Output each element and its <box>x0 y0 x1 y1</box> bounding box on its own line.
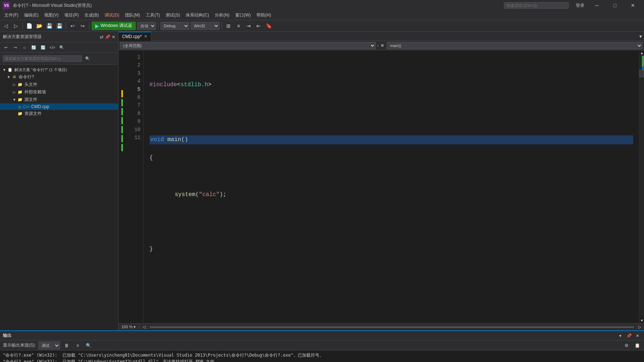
output-find-btn[interactable]: 🔍 <box>84 342 92 349</box>
margin-3 <box>119 71 126 80</box>
maximize-button[interactable]: □ <box>607 0 623 11</box>
headers-arrow[interactable]: ▷ <box>11 83 17 87</box>
login-button[interactable]: 登录 <box>576 3 584 9</box>
toolbar-sep-4 <box>158 22 158 29</box>
tree-project[interactable]: ▼ ⚙ 命令行? <box>0 73 118 81</box>
editor-scrollbar[interactable]: ▲ ▼ <box>639 50 644 323</box>
toolbar-undo[interactable]: ↩ <box>68 22 77 30</box>
se-btn-sync[interactable]: ⇄ <box>100 34 103 40</box>
output-extra-btn1[interactable]: ⚙ <box>622 342 630 349</box>
scroll-down-btn[interactable]: ▼ <box>639 318 644 323</box>
menu-project[interactable]: 项目(P) <box>61 11 82 20</box>
se-search-btn[interactable]: 🔍 <box>83 54 92 63</box>
se-btn-pin[interactable]: 📌 <box>105 34 110 40</box>
horizontal-scrollbar[interactable] <box>150 326 634 328</box>
run-label: Windows 调试器 <box>101 23 132 29</box>
se-tree: ▼ 📋 解决方案 "命令行?" (1 个项目) ▼ ⚙ 命令行? ▷ 📁 头文件… <box>0 65 118 330</box>
output-clear-btn[interactable]: 🗑 <box>63 342 71 349</box>
toolbar-btn-extra4[interactable]: ⇤ <box>254 22 263 30</box>
toolbar-btn-extra2[interactable]: ≡ <box>234 22 243 30</box>
menu-arch[interactable]: 体系结构(C) <box>183 11 212 20</box>
platform-select[interactable]: Win32 <box>191 22 219 30</box>
code-content[interactable]: #include<stdlib.h> void main() { system(… <box>144 50 639 323</box>
se-filter-btn[interactable]: 🔍 <box>57 43 66 52</box>
toolbar-save[interactable]: 💾 <box>45 22 54 30</box>
green-indicator-3 <box>121 117 123 124</box>
solution-arrow[interactable]: ▼ <box>1 68 7 72</box>
menu-test[interactable]: 测试(S) <box>163 11 183 20</box>
menu-debug[interactable]: 调试(D) <box>102 11 122 20</box>
tree-resource-files[interactable]: 📁 资源文件 <box>0 110 118 117</box>
build-config-select[interactable]: Debug <box>161 22 189 30</box>
toolbar-new[interactable]: 📄 <box>25 22 33 30</box>
menu-build[interactable]: 生成(B) <box>82 11 102 20</box>
toolbar-sep-2 <box>66 22 66 29</box>
toolbar-redo[interactable]: ↪ <box>78 22 87 30</box>
project-arrow[interactable]: ▼ <box>6 75 11 79</box>
zoom-dropdown-btn[interactable]: 100 % ▾ <box>121 325 136 329</box>
scroll-thumb[interactable] <box>639 70 644 77</box>
tree-headers[interactable]: ▷ 📁 头文件 <box>0 81 118 88</box>
se-search-input[interactable] <box>3 55 82 62</box>
quick-launch-input[interactable] <box>504 2 569 9</box>
output-pin-btn[interactable]: ▾ <box>617 332 624 339</box>
code-editor[interactable]: 1 2 3 4 5 6 7 8 9 10 11 #include<stdlib.… <box>119 50 639 323</box>
toolbar-open[interactable]: 📂 <box>35 22 43 30</box>
se-btn-close[interactable]: ✕ <box>112 34 115 40</box>
src-arrow[interactable]: ▼ <box>11 98 17 102</box>
scroll-up-btn[interactable]: ▲ <box>639 50 644 56</box>
ext-arrow[interactable]: ▷ <box>11 90 17 94</box>
toolbar-bookmark[interactable]: 🔖 <box>264 22 273 30</box>
se-home-btn[interactable]: ⌂ <box>20 43 29 52</box>
tab-dropdown-btn[interactable]: ▾ <box>637 33 644 39</box>
toolbar-btn-extra1[interactable]: ⊞ <box>224 22 233 30</box>
menu-window[interactable]: 窗口(W) <box>232 11 254 20</box>
tree-external-deps[interactable]: ▷ 📁 外部依赖项 <box>0 88 118 96</box>
code-nav-bar: (全局范围) ▸ ⊕ main() <box>119 41 644 50</box>
output-extra-btn2[interactable]: 📋 <box>633 342 641 349</box>
tree-solution[interactable]: ▼ 📋 解决方案 "命令行?" (1 个项目) <box>0 66 118 73</box>
tree-source-files[interactable]: ▼ 📁 源文件 <box>0 96 118 103</box>
tree-cmd-cpp[interactable]: ▷ C++ CMD.cpp <box>0 103 118 110</box>
menu-edit[interactable]: 编辑(E) <box>21 11 41 20</box>
se-btn2[interactable]: 🔄 <box>29 43 38 52</box>
menu-team[interactable]: 团队(M) <box>122 11 143 20</box>
toolbar-btn-extra3[interactable]: ⇥ <box>244 22 253 30</box>
scroll-left-btn[interactable]: ◁ <box>143 325 145 329</box>
line-num-11: 11 <box>127 134 140 141</box>
h-scroll-thumb[interactable] <box>150 326 634 328</box>
toolbar-fwd[interactable]: ▷ <box>11 22 20 30</box>
output-toolbar: 显示输出来源(S): 调试 🗑 ≡ 🔍 ⚙ 📋 <box>0 340 644 351</box>
tab-close-btn[interactable]: ✕ <box>144 34 147 39</box>
cmd-arrow[interactable]: ▷ <box>17 105 23 109</box>
run-icon: ▶ <box>95 23 99 29</box>
menu-file[interactable]: 文件(F) <box>1 11 21 20</box>
config-select[interactable]: 自动 <box>137 22 156 30</box>
project-icon: ⚙ <box>11 74 17 80</box>
member-dropdown[interactable]: main() <box>387 42 643 49</box>
margin-7 <box>119 107 126 116</box>
output-close-btn[interactable]: ✕ <box>634 332 641 339</box>
margin-8 <box>119 116 126 125</box>
menu-analyze[interactable]: 分析(N) <box>212 11 232 20</box>
output-wrap-btn[interactable]: ≡ <box>74 342 82 349</box>
close-button[interactable]: ✕ <box>625 0 641 11</box>
menu-help[interactable]: 帮助(H) <box>254 11 274 20</box>
run-debugger-button[interactable]: ▶ Windows 调试器 <box>92 22 136 30</box>
menu-view[interactable]: 视图(V) <box>41 11 61 20</box>
scope-dropdown[interactable]: (全局范围) <box>120 42 376 49</box>
se-fwd-btn[interactable]: ↪ <box>11 43 19 52</box>
se-code-btn[interactable]: </> <box>48 43 57 52</box>
se-back-btn[interactable]: ↩ <box>1 43 10 52</box>
output-float-btn[interactable]: 📌 <box>625 332 633 339</box>
margin-4 <box>119 80 126 89</box>
scroll-right-btn[interactable]: ▷ <box>638 325 641 329</box>
toolbar-save-all[interactable]: 💾 <box>55 22 64 30</box>
se-btn3[interactable]: 🔃 <box>39 43 47 52</box>
tab-cmd-cpp[interactable]: CMD.cpp* ✕ <box>119 32 151 41</box>
minimize-button[interactable]: ─ <box>589 0 605 11</box>
margin-5 <box>119 89 126 98</box>
menu-tools[interactable]: 工具(T) <box>143 11 163 20</box>
toolbar-back[interactable]: ◁ <box>1 22 10 30</box>
output-source-select[interactable]: 调试 <box>38 342 60 349</box>
